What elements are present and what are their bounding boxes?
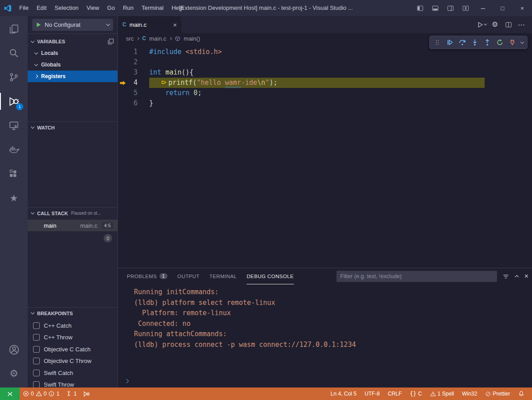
continue-icon[interactable] bbox=[444, 37, 456, 48]
menu-edit[interactable]: Edit bbox=[33, 0, 50, 16]
activity-run-and-debug[interactable]: 1 bbox=[0, 90, 28, 112]
panel-tab-output[interactable]: OUTPUT bbox=[177, 268, 200, 284]
split-editor-icon[interactable] bbox=[503, 19, 514, 30]
formatter-indicator[interactable]: Prettier bbox=[481, 391, 514, 397]
line-number[interactable]: 5 bbox=[128, 88, 143, 98]
step-into-icon[interactable] bbox=[469, 37, 481, 48]
tab-close-icon[interactable]: × bbox=[173, 21, 177, 29]
menu-run[interactable]: Run bbox=[119, 0, 138, 16]
breakpoint-checkbox[interactable] bbox=[33, 346, 40, 353]
restart-icon[interactable] bbox=[494, 37, 506, 48]
call-stack-section-header[interactable]: CALL STACK Paused on st... bbox=[28, 207, 117, 219]
breadcrumb-folder[interactable]: src bbox=[126, 35, 134, 42]
step-over-icon[interactable] bbox=[457, 37, 468, 48]
problems-indicator[interactable]: 0 0 1 bbox=[20, 388, 63, 400]
menu-selection[interactable]: Selection bbox=[50, 0, 82, 16]
eol-indicator[interactable]: CRLF bbox=[384, 391, 406, 397]
notifications-bell-icon[interactable] bbox=[514, 391, 528, 397]
code-editor[interactable]: 1#include <stdio.h>23int main(){4 printf… bbox=[118, 44, 532, 268]
chevron-down-icon[interactable] bbox=[519, 37, 525, 48]
code-text: return 0; bbox=[149, 88, 532, 98]
menu-view[interactable]: View bbox=[83, 0, 103, 16]
call-stack-frame-row[interactable]: main main.c 4:5 bbox=[28, 220, 117, 231]
remote-indicator[interactable] bbox=[0, 388, 20, 400]
debug-status-icon[interactable] bbox=[80, 388, 93, 400]
console-filter-input[interactable] bbox=[336, 271, 497, 282]
menu-terminal[interactable]: Terminal bbox=[138, 0, 168, 16]
line-number[interactable]: 2 bbox=[128, 57, 143, 67]
breakpoint-checkbox[interactable] bbox=[33, 334, 40, 341]
breadcrumb-file[interactable]: main.c bbox=[149, 35, 166, 42]
breakpoint-item[interactable]: C++ Catch bbox=[28, 320, 117, 332]
settings-gear-icon[interactable]: ⚙ bbox=[489, 19, 501, 30]
customize-layout-icon[interactable] bbox=[458, 0, 473, 16]
run-or-debug-button[interactable] bbox=[476, 19, 487, 30]
maximize-button[interactable]: □ bbox=[493, 0, 512, 16]
breakpoints-section-header[interactable]: BREAKPOINTS bbox=[28, 307, 117, 319]
toggle-secondary-sidebar-icon[interactable] bbox=[443, 0, 458, 16]
gutter-glyph-margin[interactable] bbox=[118, 57, 128, 67]
line-number[interactable]: 1 bbox=[128, 47, 143, 57]
debug-console-output[interactable]: Running initCommands:(lldb) platform sel… bbox=[118, 284, 532, 388]
activity-favorites[interactable]: ★ bbox=[0, 187, 28, 209]
breakpoint-item[interactable]: C++ Throw bbox=[28, 332, 117, 344]
activity-extensions[interactable] bbox=[0, 162, 28, 185]
debug-current-line-arrow[interactable] bbox=[118, 78, 128, 88]
filter-lines-icon[interactable] bbox=[503, 273, 509, 280]
spell-indicator[interactable]: 1 Spell bbox=[426, 391, 458, 397]
activity-account[interactable] bbox=[0, 338, 28, 361]
line-number[interactable]: 6 bbox=[128, 98, 143, 108]
minimize-button[interactable]: ─ bbox=[473, 0, 493, 16]
toggle-panel-icon[interactable] bbox=[427, 0, 443, 16]
platform-indicator[interactable]: Win32 bbox=[458, 391, 481, 397]
toggle-sidebar-icon[interactable] bbox=[412, 0, 427, 16]
activity-explorer[interactable] bbox=[0, 18, 28, 40]
variables-section-header[interactable]: VARIABLES bbox=[28, 36, 117, 47]
panel-tab-debug-console[interactable]: DEBUG CONSOLE bbox=[247, 268, 294, 284]
variables-item-globals[interactable]: Globals bbox=[28, 59, 117, 71]
launch-configuration-select[interactable]: No Configurat bbox=[32, 19, 113, 31]
maximize-panel-icon[interactable] bbox=[514, 273, 520, 279]
breakpoint-checkbox[interactable] bbox=[33, 370, 40, 376]
menu-go[interactable]: Go bbox=[103, 0, 119, 16]
panel-tab-terminal[interactable]: TERMINAL bbox=[209, 268, 237, 284]
gutter-glyph-margin[interactable] bbox=[118, 47, 128, 57]
activity-settings[interactable]: ⚙ bbox=[0, 362, 28, 385]
tab-main-c[interactable]: C main.c × bbox=[118, 16, 181, 33]
toolbar-grip-handle[interactable] bbox=[431, 37, 443, 48]
variables-item-registers[interactable]: Registers bbox=[28, 71, 117, 82]
breakpoint-checkbox[interactable] bbox=[33, 381, 40, 388]
encoding-indicator[interactable]: UTF-8 bbox=[360, 391, 384, 397]
breakpoint-checkbox[interactable] bbox=[33, 358, 40, 364]
activity-source-control[interactable] bbox=[0, 66, 28, 88]
close-button[interactable]: × bbox=[512, 0, 532, 16]
variables-item-locals[interactable]: Locals bbox=[28, 47, 117, 59]
language-indicator[interactable]: {} C bbox=[406, 391, 426, 397]
breadcrumb-symbol[interactable]: main() bbox=[184, 35, 200, 42]
breakpoint-checkbox[interactable] bbox=[33, 322, 40, 329]
breakpoint-item[interactable]: Swift Throw bbox=[28, 379, 117, 388]
breakpoint-item[interactable]: Objective C Catch bbox=[28, 343, 117, 355]
copy-icon[interactable] bbox=[108, 38, 114, 45]
activity-remote-explorer[interactable] bbox=[0, 114, 28, 137]
line-number[interactable]: 4 bbox=[128, 78, 143, 88]
activity-docker[interactable] bbox=[0, 138, 28, 161]
activity-search[interactable] bbox=[0, 42, 28, 64]
watch-section-header[interactable]: WATCH bbox=[28, 121, 117, 133]
gutter-glyph-margin[interactable] bbox=[118, 67, 128, 78]
gear-icon: ⚙ bbox=[9, 369, 18, 379]
disconnect-icon[interactable] bbox=[507, 37, 518, 48]
menu-file[interactable]: File bbox=[15, 0, 33, 16]
ports-indicator[interactable]: 1 bbox=[63, 388, 80, 400]
more-actions-icon[interactable]: ··· bbox=[516, 19, 528, 30]
breakpoint-item[interactable]: Swift Catch bbox=[28, 367, 117, 379]
step-out-icon[interactable] bbox=[482, 37, 493, 48]
gutter-glyph-margin[interactable] bbox=[118, 88, 128, 98]
panel-tab-problems[interactable]: PROBLEMS1 bbox=[127, 268, 168, 284]
line-col-indicator[interactable]: Ln 4, Col 5 bbox=[327, 391, 360, 397]
console-input-prompt[interactable] bbox=[125, 377, 128, 384]
close-panel-icon[interactable]: × bbox=[524, 272, 528, 280]
breakpoint-item[interactable]: Objective C Throw bbox=[28, 355, 117, 367]
gutter-glyph-margin[interactable] bbox=[118, 98, 128, 108]
line-number[interactable]: 3 bbox=[128, 67, 143, 78]
